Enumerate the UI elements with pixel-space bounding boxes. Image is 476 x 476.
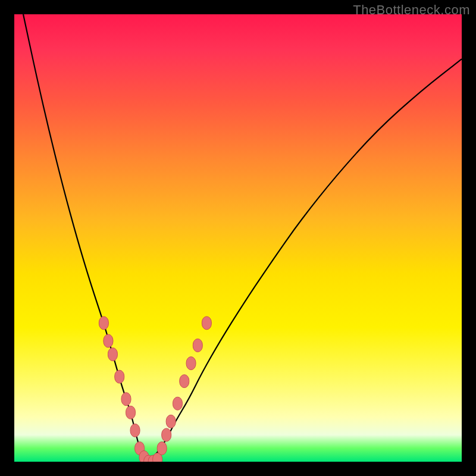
watermark-text: TheBottleneck.com [353, 2, 470, 18]
data-marker [180, 375, 189, 388]
curve-right-branch [149, 59, 462, 462]
data-marker [121, 393, 131, 406]
data-marker [202, 317, 211, 330]
data-marker [115, 370, 124, 383]
data-marker [108, 348, 117, 361]
data-marker [166, 415, 176, 428]
data-marker [157, 441, 167, 455]
data-marker [104, 334, 113, 347]
data-marker [126, 406, 136, 419]
data-marker [130, 424, 140, 437]
data-marker [186, 357, 196, 370]
data-marker [162, 428, 171, 441]
data-markers [99, 317, 211, 462]
data-marker [99, 317, 108, 330]
chart-plot-area [14, 14, 462, 462]
chart-svg [14, 14, 462, 462]
data-marker [193, 339, 202, 352]
data-marker [173, 397, 182, 410]
